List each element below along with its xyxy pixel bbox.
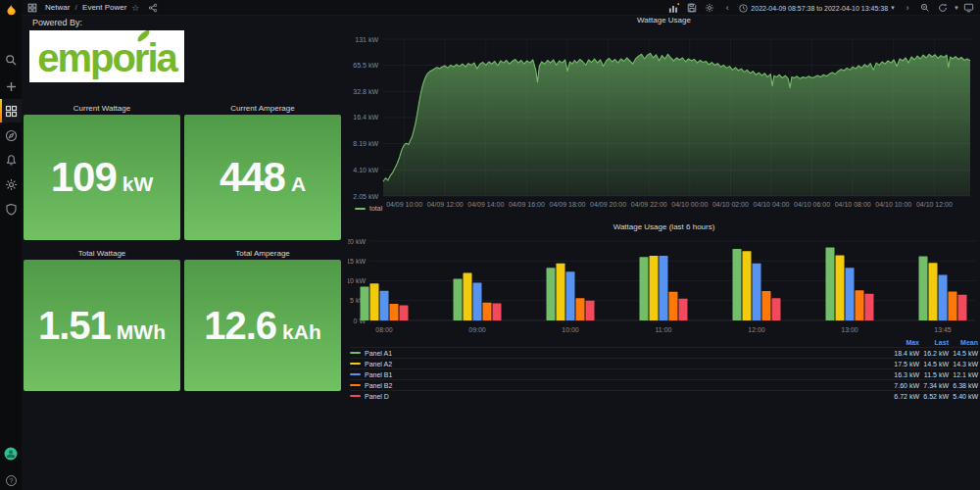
legend-column-max[interactable]: Max [890, 339, 919, 346]
bar-panel-a2[interactable] [743, 251, 752, 320]
sidebar-item-search[interactable] [0, 48, 22, 72]
bar-panel-b2[interactable] [483, 303, 492, 320]
legend-value-mean: 14.3 kW [949, 361, 978, 368]
bar-panel-a1[interactable] [640, 257, 649, 320]
legend-value-max: 16.3 kW [890, 371, 919, 378]
bar-panel-a2[interactable] [836, 256, 845, 320]
forward-icon[interactable]: › [901, 1, 914, 15]
bar-panel-d[interactable] [958, 295, 967, 320]
legend-value-last: 14.5 kW [919, 361, 949, 368]
panel-title-current-amperage[interactable]: Current Amperage [184, 102, 341, 114]
bar-panel-a1[interactable] [454, 278, 463, 320]
bar-panel-d[interactable] [679, 299, 688, 320]
bar-panel-d[interactable] [493, 304, 502, 320]
bar-panel-b2[interactable] [856, 290, 864, 320]
legend-row-panel-b2[interactable]: Panel B27.60 kW7.34 kW6.38 kW [350, 379, 978, 390]
star-icon[interactable]: ☆ [128, 1, 142, 15]
panel-title-current-wattage[interactable]: Current Wattage [24, 102, 180, 114]
bar-panel-a2[interactable] [464, 272, 472, 320]
legend-column-mean[interactable]: Mean [949, 339, 978, 346]
time-range-picker[interactable]: 2022-04-09 08:57:38 to 2022-04-10 13:45:… [736, 2, 899, 14]
legend-header-row: MaxLastMean [350, 337, 978, 347]
sidebar-item-alerting[interactable] [0, 148, 22, 172]
add-panel-icon[interactable] [667, 1, 681, 15]
bar-panel-a2[interactable] [370, 283, 379, 320]
x-tick-label: 04/09 14:00 [467, 201, 504, 208]
refresh-caret-icon[interactable]: ▼ [954, 5, 959, 11]
bar-panel-a1[interactable] [361, 287, 369, 320]
bar-panel-d[interactable] [400, 306, 409, 320]
legend-value-last: 7.34 kW [919, 382, 949, 389]
bar-panel-d[interactable] [772, 298, 781, 320]
legend-row-panel-b1[interactable]: Panel B116.3 kW11.5 kW12.1 kW [350, 368, 978, 379]
caret-down-icon: ▼ [890, 5, 896, 11]
kiosk-icon[interactable] [961, 1, 975, 15]
panel-title-total-amperage[interactable]: Total Amperage [184, 247, 341, 259]
x-tick-label: 04/09 22:00 [631, 201, 667, 208]
bar-panel-a2[interactable] [650, 256, 659, 320]
sidebar-item-configuration[interactable] [0, 172, 22, 196]
sidebar-item-help[interactable]: ? [0, 468, 22, 490]
legend-row-panel-d[interactable]: Panel D6.72 kW6.52 kW5.40 kW [350, 390, 978, 401]
x-tick-label: 11:00 [656, 326, 672, 333]
bar-panel-b1[interactable] [939, 274, 948, 320]
panel-title-total-wattage[interactable]: Total Wattage [24, 247, 180, 259]
legend-column-last[interactable]: Last [919, 339, 949, 346]
breadcrumb-dashboard[interactable]: Event Power [82, 3, 126, 12]
sidebar-item-profile[interactable] [0, 442, 22, 466]
bar-panel-b1[interactable] [846, 268, 855, 320]
stat-panel-current-wattage[interactable]: 109kW [24, 115, 180, 240]
bar-panel-b2[interactable] [949, 291, 957, 320]
bar-panel-b2[interactable] [762, 291, 771, 320]
breadcrumb[interactable]: Netwar / Event Power [45, 3, 126, 12]
sidebar-item-server-admin[interactable] [0, 197, 22, 220]
y-tick-label: 20 kW [348, 238, 366, 245]
legend-value-max: 6.72 kW [890, 393, 919, 400]
back-icon[interactable]: ‹ [720, 1, 734, 15]
x-tick-label: 04/10 10:00 [875, 201, 911, 208]
wattage-usage-area-chart[interactable]: 131 kW65.5 kW32.8 kW16.4 kW8.19 kW4.10 k… [348, 0, 980, 216]
bar-panel-b1[interactable] [380, 291, 389, 320]
breadcrumb-folder[interactable]: Netwar [45, 3, 70, 12]
bar-panel-a1[interactable] [826, 247, 835, 320]
settings-icon[interactable] [703, 1, 716, 15]
wattage-usage-bar-chart[interactable]: 20 kW15 kW10 kW5 kW0 W08:0009:0010:0011:… [348, 218, 980, 337]
stat-value: 448 [220, 154, 285, 201]
x-tick-label: 04/09 18:00 [550, 201, 586, 208]
refresh-icon[interactable] [936, 1, 950, 15]
bar-panel-d[interactable] [865, 294, 874, 320]
grafana-logo[interactable] [0, 1, 22, 19]
legend-row-panel-a1[interactable]: Panel A118.4 kW16.2 kW14.5 kW [350, 347, 978, 358]
legend-series-name: Panel D [350, 393, 890, 400]
bar-panel-a1[interactable] [919, 256, 928, 320]
gear-icon [5, 178, 18, 191]
bar-panel-b2[interactable] [669, 292, 678, 320]
stat-panel-current-amperage[interactable]: 448A [184, 115, 341, 240]
stat-unit: kW [122, 172, 154, 196]
share-icon[interactable] [146, 1, 160, 15]
bar-panel-b1[interactable] [473, 283, 482, 320]
bar-panel-a2[interactable] [929, 263, 938, 320]
bar-panel-b1[interactable] [753, 264, 761, 320]
stat-panel-total-amperage[interactable]: 12.6kAh [184, 260, 341, 391]
bar-panel-b1[interactable] [660, 256, 668, 320]
legend-color-swatch [350, 363, 361, 365]
sidebar-item-explore[interactable] [0, 123, 22, 147]
stat-value: 109 [51, 154, 117, 201]
save-icon[interactable] [685, 1, 699, 15]
stat-panel-total-wattage[interactable]: 1.51MWh [24, 260, 180, 391]
sidebar-item-create[interactable] [0, 74, 22, 98]
x-tick-label: 04/10 04:00 [754, 201, 790, 208]
bar-panel-a2[interactable] [557, 264, 565, 320]
sidebar-item-dashboards[interactable] [0, 99, 22, 122]
bar-panel-b2[interactable] [390, 304, 399, 320]
zoom-out-icon[interactable] [918, 1, 932, 15]
bar-panel-b1[interactable] [566, 271, 575, 320]
bar-panel-b2[interactable] [576, 298, 585, 320]
bar-panel-a1[interactable] [733, 249, 742, 320]
area-chart-legend-item-total[interactable]: total [355, 205, 382, 212]
legend-row-panel-a2[interactable]: Panel A217.5 kW14.5 kW14.3 kW [350, 358, 978, 368]
grafana-flame-icon [4, 3, 19, 18]
bar-panel-a1[interactable] [547, 268, 556, 320]
bar-panel-d[interactable] [586, 301, 595, 320]
